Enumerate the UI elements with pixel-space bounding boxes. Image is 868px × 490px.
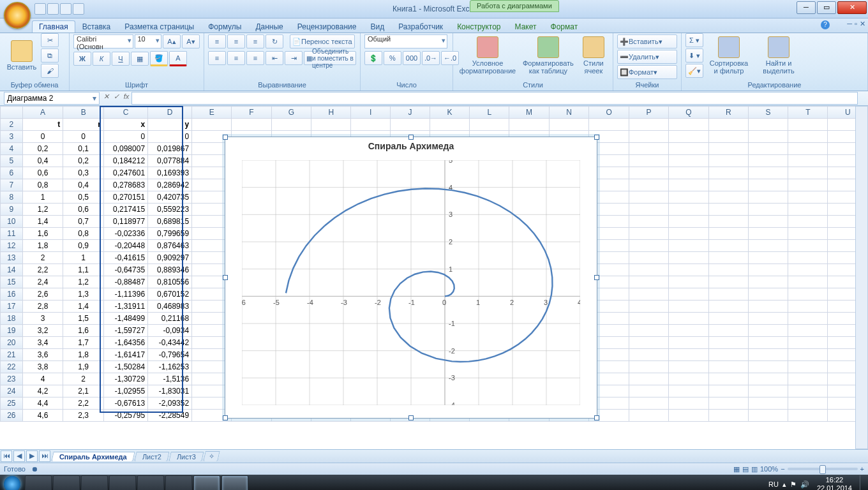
cell[interactable]	[708, 216, 748, 228]
cell[interactable]	[629, 385, 668, 397]
tab-formulas[interactable]: Формулы	[201, 20, 248, 33]
cell[interactable]	[788, 349, 828, 361]
align-middle-icon[interactable]: ≡	[227, 34, 245, 48]
qat-save-icon[interactable]	[34, 3, 46, 15]
taskbar-excel-icon[interactable]	[193, 475, 220, 490]
cell[interactable]	[669, 167, 709, 179]
cell[interactable]	[788, 385, 828, 397]
font-family-select[interactable]: Calibri (Основн	[73, 34, 133, 48]
cell[interactable]	[748, 276, 788, 288]
cell[interactable]: -1,31911	[104, 301, 148, 313]
cell[interactable]: 2,2	[22, 264, 63, 276]
cell[interactable]	[629, 361, 668, 373]
cell[interactable]	[748, 288, 788, 301]
cells-delete-button[interactable]: ➖ Удалить ▾	[617, 50, 677, 64]
cell[interactable]	[669, 119, 709, 131]
cells-format-button[interactable]: 🔲 Формат ▾	[617, 65, 677, 79]
cell[interactable]	[748, 349, 788, 361]
cell[interactable]	[708, 397, 748, 410]
cancel-icon[interactable]: ✕	[101, 93, 111, 104]
row-header[interactable]: 21	[1, 349, 23, 361]
cell[interactable]	[748, 385, 788, 397]
row-header[interactable]: 22	[1, 361, 23, 373]
cell[interactable]	[430, 119, 469, 131]
cell[interactable]	[669, 385, 709, 397]
format-painter-icon[interactable]: 🖌	[41, 64, 59, 78]
inc-decimal-icon[interactable]: .0→	[422, 51, 440, 65]
cell[interactable]: -1,59727	[104, 325, 148, 337]
cell[interactable]	[629, 131, 668, 143]
cell[interactable]	[788, 204, 828, 216]
cell[interactable]: 3,4	[22, 337, 63, 349]
sheet-nav-prev-icon[interactable]: ◀	[13, 450, 25, 462]
cell[interactable]	[788, 313, 828, 325]
cell[interactable]: 0,169393	[148, 167, 192, 179]
cell[interactable]	[748, 131, 788, 143]
cut-icon[interactable]: ✂	[41, 33, 59, 47]
cell[interactable]	[788, 143, 828, 155]
cell[interactable]	[788, 228, 828, 240]
cell[interactable]	[629, 373, 668, 385]
cell[interactable]	[708, 337, 748, 349]
cell[interactable]	[708, 228, 748, 240]
tray-show-hidden-icon[interactable]: ▴	[782, 480, 786, 489]
cell[interactable]	[708, 240, 748, 252]
cell[interactable]: 0,098007	[104, 143, 148, 155]
cell[interactable]	[748, 240, 788, 252]
maximize-button[interactable]: ▭	[817, 1, 836, 14]
show-desktop-button[interactable]	[860, 475, 865, 490]
view-normal-icon[interactable]: ▦	[733, 465, 740, 473]
merge-center-button[interactable]: ▦ Объединить и поместить в центре	[304, 51, 356, 65]
underline-button[interactable]: Ч	[112, 52, 130, 66]
cell[interactable]: 1,8	[63, 349, 104, 361]
cell[interactable]: -1,5136	[148, 373, 192, 385]
row-header[interactable]: 10	[1, 216, 23, 228]
cell[interactable]	[788, 131, 828, 143]
start-button[interactable]	[0, 475, 24, 490]
cell[interactable]	[708, 204, 748, 216]
cell[interactable]: 0	[148, 131, 192, 143]
cell[interactable]	[351, 119, 391, 131]
col-header-K[interactable]: K	[430, 107, 469, 119]
cell[interactable]	[629, 240, 668, 252]
tray-lang[interactable]: RU	[768, 480, 779, 488]
tab-insert[interactable]: Вставка	[75, 20, 118, 33]
zoom-slider[interactable]	[788, 468, 858, 470]
bold-button[interactable]: Ж	[73, 52, 91, 66]
cell[interactable]: 3,2	[22, 325, 63, 337]
row-header[interactable]: 23	[1, 373, 23, 385]
font-size-select[interactable]: 10	[135, 34, 162, 48]
cell[interactable]	[629, 155, 668, 167]
minimize-button[interactable]: ─	[797, 1, 816, 14]
embedded-chart[interactable]: Спираль Архимеда -6-5-4-3-2-101234-4-3-2…	[225, 137, 597, 419]
cell[interactable]: 0,3	[63, 167, 104, 179]
cell[interactable]: 2	[22, 252, 63, 264]
cell[interactable]	[748, 373, 788, 385]
row-header[interactable]: 25	[1, 397, 23, 410]
col-header-T[interactable]: T	[788, 107, 828, 119]
cell[interactable]	[748, 119, 788, 131]
cell[interactable]	[669, 313, 709, 325]
cell[interactable]: 0	[104, 131, 148, 143]
tab-developer[interactable]: Разработчик	[391, 20, 450, 33]
cell-styles-button[interactable]: Стили ячеек	[578, 33, 609, 78]
row-header[interactable]: 6	[1, 167, 23, 179]
cell[interactable]: -1,64356	[104, 337, 148, 349]
cell[interactable]: 1,4	[22, 216, 63, 228]
cell[interactable]	[788, 325, 828, 337]
grow-font-icon[interactable]: A▴	[163, 34, 181, 48]
cell[interactable]: 4,6	[22, 410, 63, 422]
cell[interactable]	[708, 373, 748, 385]
cell[interactable]: 0,8	[63, 228, 104, 240]
cell[interactable]	[708, 143, 748, 155]
cell[interactable]: -1,02955	[104, 385, 148, 397]
cell[interactable]	[629, 252, 668, 264]
cell[interactable]: 0,286942	[148, 179, 192, 191]
cell[interactable]: t	[22, 119, 63, 131]
cell[interactable]	[669, 131, 709, 143]
align-center-icon[interactable]: ≡	[227, 51, 245, 65]
cell[interactable]: 1,8	[22, 240, 63, 252]
cell[interactable]: 3,6	[22, 349, 63, 361]
cell[interactable]	[669, 143, 709, 155]
cell[interactable]: -1,83031	[148, 385, 192, 397]
